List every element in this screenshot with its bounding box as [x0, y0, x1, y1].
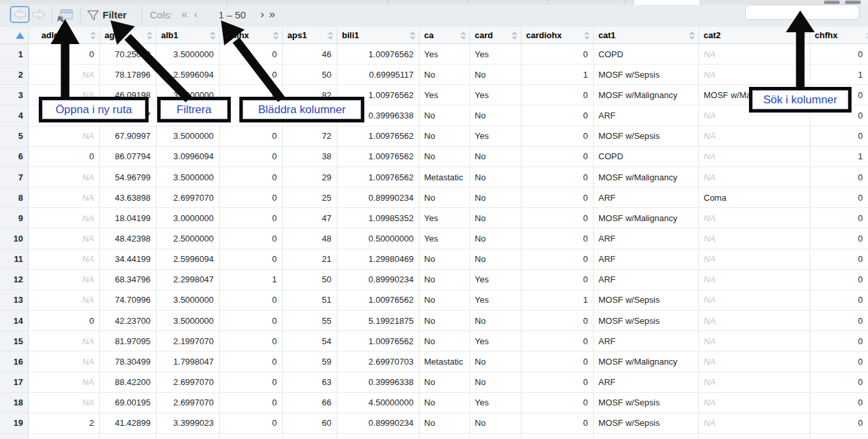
- table-cell-aps1: 55: [283, 311, 337, 331]
- table-cell: [594, 434, 699, 439]
- column-header-card[interactable]: card: [470, 27, 521, 44]
- last-columns-button[interactable]: »: [269, 8, 275, 21]
- table-cell-amihx: 0: [220, 167, 283, 188]
- table-cell-amihx: 0: [220, 228, 283, 249]
- table-cell-amihx: 0: [220, 311, 283, 331]
- sort-icon[interactable]: [460, 32, 466, 39]
- table-cell-aps1: 54: [283, 331, 337, 351]
- column-header-ca[interactable]: ca: [420, 27, 470, 44]
- next-columns-button[interactable]: ›: [260, 8, 264, 21]
- column-header-bili1[interactable]: bili1: [337, 27, 420, 44]
- table-cell-age: 67.90997: [100, 126, 157, 147]
- table-cell-aps1: 25: [283, 188, 337, 208]
- annotation-filter: Filtrera: [157, 97, 231, 122]
- sort-icon[interactable]: [512, 32, 518, 39]
- row-number: 3: [0, 85, 29, 105]
- sort-ascending-triangle[interactable]: [16, 32, 24, 39]
- table-cell-card: Yes: [470, 331, 521, 351]
- table-cell-cardiohx: 0: [521, 413, 594, 434]
- tab-separator: [548, 0, 548, 5]
- table-row: 9NA18.041993.00000000471.09985352YesNo0M…: [0, 208, 868, 228]
- column-header-cardiohx[interactable]: cardiohx: [521, 27, 594, 44]
- table-cell-alb1: 3.0000000: [157, 208, 220, 228]
- table-cell-adld3p: 0: [29, 44, 100, 65]
- column-header-age[interactable]: age: [100, 27, 157, 44]
- table-cell-ca: No: [420, 126, 470, 147]
- row-number: 5: [0, 126, 29, 147]
- search-input[interactable]: [752, 7, 868, 18]
- table-cell-cat1: MOSF w/Sepsis: [594, 126, 699, 147]
- table-cell-cat1: MOSF w/Sepsis: [594, 311, 699, 331]
- pane-minimize-icon[interactable]: [824, 1, 840, 4]
- annotation-open-in-new-window: Öppna i ny ruta: [39, 97, 149, 122]
- column-header-chfhx[interactable]: chfhx: [810, 27, 868, 44]
- table-cell-cat2: NA: [699, 147, 810, 167]
- row-number: 12: [0, 270, 29, 290]
- table-cell-cardiohx: 0: [521, 228, 594, 249]
- table-cell-bili1: 1.00976562: [337, 167, 420, 188]
- table-cell-ca: No: [420, 105, 470, 126]
- row-number-header[interactable]: [0, 27, 29, 44]
- sort-icon[interactable]: [689, 32, 695, 39]
- sort-icon[interactable]: [210, 32, 216, 39]
- column-header-amihx[interactable]: amihx: [220, 27, 283, 44]
- tab-separator: [388, 0, 389, 5]
- table-cell-adld3p: NA: [29, 167, 100, 188]
- table-cell-cat2: NA: [699, 167, 810, 188]
- table-cell: [521, 434, 594, 439]
- table-cell-ca: Yes: [420, 208, 470, 228]
- table-cell-chfhx: 0: [810, 393, 868, 413]
- viewer-toolbar: Filter Cols: « ‹ 1 – 50 › »: [0, 5, 868, 28]
- filter-button[interactable]: Filter: [103, 9, 127, 20]
- table-cell-card: Yes: [470, 126, 521, 147]
- table-cell-alb1: 2.5996094: [157, 65, 220, 85]
- row-number: 2: [0, 65, 29, 85]
- table-cell-amihx: 0: [220, 188, 283, 208]
- sort-icon[interactable]: [800, 32, 806, 39]
- table-cell-alb1: 3.3999023: [157, 413, 220, 434]
- back-arrow-icon[interactable]: [12, 9, 28, 21]
- first-columns-button[interactable]: «: [181, 8, 187, 21]
- column-label: age: [105, 30, 119, 40]
- table-cell-cardiohx: 0: [521, 373, 594, 393]
- table-cell-chfhx: 0: [810, 413, 868, 434]
- funnel-icon[interactable]: [87, 10, 100, 21]
- column-header-cat1[interactable]: cat1: [594, 27, 699, 44]
- column-header-alb1[interactable]: alb1: [157, 27, 220, 44]
- table-row: 8NA43.638982.69970700250.89990234NoNo0AR…: [0, 188, 868, 208]
- forward-arrow-icon[interactable]: [31, 9, 47, 21]
- table-cell-alb1: 2.6997070: [157, 393, 220, 413]
- table-cell-alb1: 3.5000000: [157, 311, 220, 331]
- open-in-new-window-icon[interactable]: [56, 8, 74, 24]
- active-tab[interactable]: [633, 0, 700, 5]
- sort-icon[interactable]: [584, 32, 590, 39]
- sort-icon[interactable]: [273, 32, 279, 39]
- column-header-aps1[interactable]: aps1: [283, 27, 337, 44]
- column-header-adld3p[interactable]: adld3p: [29, 27, 100, 44]
- table-cell-chfhx: 0: [810, 351, 868, 372]
- table-cell-cardiohx: 0: [521, 147, 594, 167]
- table-row: 11NA34.441992.59960940211.29980469NoNo0A…: [0, 249, 868, 270]
- table-cell-cat1: MOSF w/Malignancy: [594, 85, 699, 105]
- table-cell-card: No: [470, 105, 521, 126]
- table-row: 19241.428993.39990230600.89990234NoNo0MO…: [0, 413, 868, 434]
- table-cell-alb1: 3.5000000: [157, 167, 220, 188]
- table-cell-ca: No: [420, 188, 470, 208]
- sort-icon[interactable]: [410, 32, 416, 39]
- table-cell-chfhx: 0: [810, 188, 868, 208]
- table-cell-chfhx: 0: [810, 167, 868, 188]
- column-header-cat2[interactable]: cat2: [699, 27, 810, 44]
- sort-icon[interactable]: [147, 32, 153, 39]
- sort-icon[interactable]: [90, 32, 96, 39]
- table-cell-card: Yes: [470, 85, 521, 105]
- table-row: 2NA78.178962.59960940500.69995117NoNo1MO…: [0, 65, 868, 85]
- table-row: 10NA48.423982.50000000480.50000000YesNo0…: [0, 228, 868, 249]
- previous-columns-button[interactable]: ‹: [194, 8, 198, 21]
- table-cell-cat2: NA: [699, 249, 810, 270]
- sort-icon[interactable]: [327, 32, 333, 39]
- row-number: 17: [0, 373, 29, 393]
- table-cell-adld3p: NA: [29, 393, 100, 413]
- pane-maximize-icon[interactable]: [845, 1, 861, 4]
- row-number: 4: [0, 105, 29, 126]
- table-cell: [100, 434, 157, 439]
